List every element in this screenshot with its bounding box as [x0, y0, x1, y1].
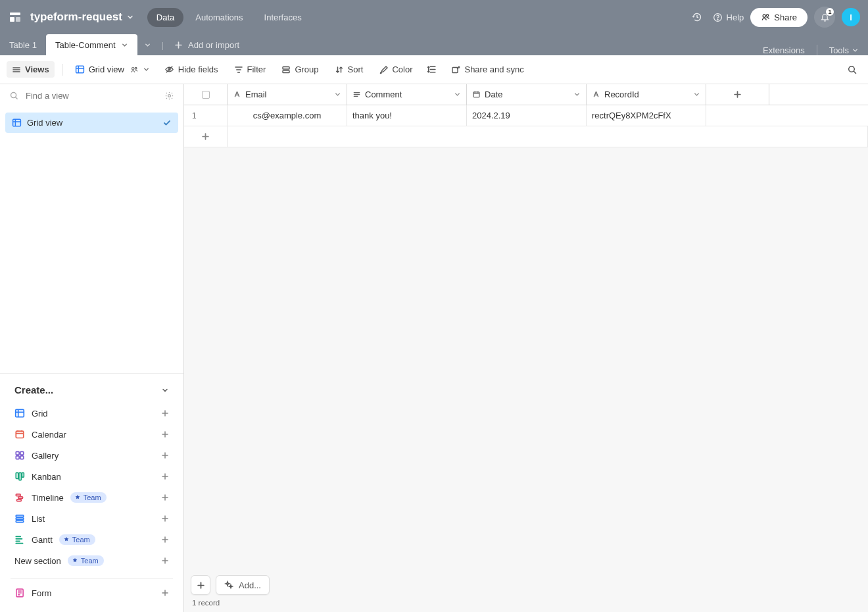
add-menu-button[interactable]: Add...	[216, 575, 270, 595]
share-sync-button[interactable]: Share and sync	[446, 61, 529, 78]
create-gantt[interactable]: Gantt Team	[11, 530, 173, 549]
create-item-label: Calendar	[32, 430, 66, 440]
tab-label: Table-Comment	[55, 40, 116, 50]
tab-label: Table 1	[9, 40, 37, 50]
views-label: Views	[25, 64, 49, 74]
tools-button[interactable]: Tools	[829, 45, 859, 55]
create-gallery[interactable]: Gallery	[11, 446, 173, 465]
chevron-down-icon[interactable]	[143, 66, 150, 73]
create-list[interactable]: List	[11, 509, 173, 528]
svg-rect-23	[20, 456, 24, 459]
create-kanban[interactable]: Kanban	[11, 467, 173, 486]
share-sync-label: Share and sync	[464, 64, 523, 74]
column-header-date[interactable]: Date	[467, 84, 587, 105]
create-item-label: List	[32, 514, 45, 524]
team-badge: Team	[59, 534, 95, 545]
chevron-down-icon[interactable]	[454, 91, 461, 98]
search-icon	[9, 91, 19, 101]
history-icon[interactable]	[688, 8, 706, 26]
svg-point-4	[717, 19, 717, 20]
svg-rect-13	[452, 67, 458, 72]
nav-automations[interactable]: Automations	[186, 8, 252, 27]
nav-interfaces[interactable]: Interfaces	[255, 8, 311, 27]
plus-icon	[161, 515, 169, 523]
create-form[interactable]: Form	[11, 583, 173, 603]
chevron-down-icon[interactable]	[693, 91, 700, 98]
svg-rect-18	[16, 409, 24, 417]
svg-rect-17	[13, 119, 21, 126]
date-field-icon	[472, 90, 481, 99]
svg-rect-19	[16, 431, 23, 438]
tab-chevron-icon[interactable]	[121, 41, 128, 49]
user-avatar[interactable]: I	[842, 8, 860, 26]
help-button[interactable]: Help	[713, 13, 744, 22]
base-title-chevron-icon[interactable]	[126, 13, 134, 21]
svg-rect-22	[16, 456, 19, 459]
column-header-email[interactable]: Email	[228, 84, 347, 105]
group-button[interactable]: Group	[276, 61, 324, 78]
color-button[interactable]: Color	[374, 61, 418, 78]
column-label: RecordId	[604, 89, 639, 99]
svg-rect-21	[20, 451, 24, 455]
cell-comment[interactable]: thank you!	[347, 105, 467, 126]
hide-fields-label: Hide fields	[178, 64, 218, 74]
current-view-name[interactable]: Grid view	[71, 61, 154, 78]
column-header-comment[interactable]: Comment	[347, 84, 467, 105]
svg-rect-12	[283, 70, 289, 73]
cell-recordid[interactable]: rectrQEy8XPM2cFfX	[587, 105, 706, 126]
nav-data[interactable]: Data	[147, 8, 183, 27]
notification-count-badge: 1	[826, 8, 834, 16]
settings-icon[interactable]	[164, 91, 174, 101]
create-header[interactable]: Create...	[11, 382, 173, 403]
svg-point-9	[135, 67, 137, 69]
svg-point-5	[763, 14, 765, 17]
tab-table1[interactable]: Table 1	[0, 34, 46, 55]
add-record-button[interactable]	[191, 575, 210, 595]
cell-date[interactable]: 2024.2.19	[467, 105, 587, 126]
view-item-grid[interactable]: Grid view	[5, 113, 178, 133]
row-height-button[interactable]	[423, 61, 441, 78]
search-button[interactable]	[843, 61, 861, 79]
svg-rect-20	[16, 451, 19, 455]
view-item-label: Grid view	[27, 118, 62, 128]
notifications-button[interactable]: 1	[814, 7, 835, 28]
create-timeline[interactable]: Timeline Team	[11, 488, 173, 507]
filter-button[interactable]: Filter	[229, 61, 272, 78]
cell-email[interactable]: cs@example.com	[228, 105, 347, 126]
create-item-label: Form	[32, 588, 51, 598]
tab-table-comment[interactable]: Table-Comment	[46, 34, 137, 55]
sort-label: Sort	[348, 64, 364, 74]
chevron-down-icon[interactable]	[573, 91, 581, 98]
chevron-down-icon[interactable]	[334, 91, 341, 98]
share-button[interactable]: Share	[750, 8, 808, 27]
create-item-label: Gantt	[32, 535, 53, 545]
find-view-input[interactable]	[26, 91, 158, 101]
create-item-label: Kanban	[32, 472, 61, 482]
add-or-import-label: Add or import	[188, 40, 239, 50]
svg-rect-2	[16, 17, 20, 22]
create-calendar[interactable]: Calendar	[11, 424, 173, 444]
hide-fields-button[interactable]: Hide fields	[159, 61, 224, 78]
sort-button[interactable]: Sort	[329, 61, 369, 78]
tabs-overflow-chevron-icon[interactable]	[137, 34, 158, 55]
team-badge: Team	[68, 555, 104, 566]
extensions-button[interactable]: Extensions	[763, 45, 805, 55]
add-column-button[interactable]	[706, 84, 769, 105]
plus-icon	[161, 451, 169, 459]
column-label: Email	[245, 89, 267, 99]
column-header-recordid[interactable]: RecordId	[587, 84, 706, 105]
record-count: 1 record	[191, 599, 861, 607]
svg-rect-26	[22, 472, 24, 477]
views-button[interactable]: Views	[7, 61, 55, 78]
column-label: Comment	[365, 89, 402, 99]
divider	[11, 578, 173, 579]
create-grid[interactable]: Grid	[11, 403, 173, 423]
add-row-button[interactable]	[184, 126, 228, 147]
add-or-import-button[interactable]: Add or import	[168, 40, 246, 50]
base-title[interactable]: typeform-request	[30, 11, 122, 24]
team-badge: Team	[70, 492, 107, 503]
table-row[interactable]: 1 cs@example.com thank you! 2024.2.19 re…	[184, 105, 868, 126]
create-new-section[interactable]: New section Team	[11, 551, 173, 571]
select-all-checkbox[interactable]	[184, 84, 228, 105]
current-view-label: Grid view	[89, 64, 124, 74]
